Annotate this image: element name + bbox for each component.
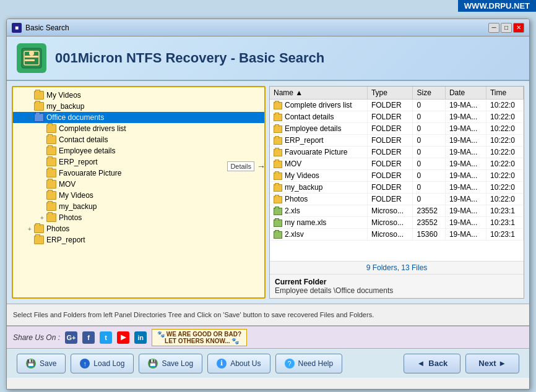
cell-type: FOLDER bbox=[367, 147, 413, 158]
tree-item-photos-top[interactable]: + Photos bbox=[13, 223, 264, 234]
folder-icon bbox=[34, 91, 44, 100]
maximize-button[interactable]: □ bbox=[501, 23, 512, 33]
folder-icon bbox=[46, 124, 56, 133]
close-button[interactable]: ✕ bbox=[513, 23, 524, 33]
tree-item-erp-report-top[interactable]: ERP_report bbox=[13, 234, 264, 245]
load-log-button[interactable]: ↑ Load Log bbox=[71, 354, 134, 373]
cell-name: Complete drivers list bbox=[270, 100, 367, 111]
save-label: Save bbox=[40, 359, 56, 368]
current-folder-path: Employee details \Office documents bbox=[275, 286, 393, 295]
cell-type: FOLDER bbox=[367, 194, 413, 205]
window-title: Basic Search bbox=[25, 23, 488, 32]
cell-type: Microso... bbox=[367, 229, 413, 241]
google-plus-button[interactable]: G+ bbox=[65, 331, 77, 344]
tree-item-my-backup-top[interactable]: my_backup bbox=[13, 101, 264, 112]
tree-container[interactable]: My Videos my_backup − Office documents C… bbox=[13, 87, 264, 297]
cell-size: 0 bbox=[413, 100, 445, 111]
tree-label: Employee details bbox=[59, 147, 115, 155]
table-row[interactable]: Photos FOLDER 0 19-MA... 10:22:0 bbox=[270, 194, 524, 205]
facebook-button[interactable]: f bbox=[82, 331, 95, 344]
cell-date: 19-MA... bbox=[445, 158, 486, 170]
twitter-button[interactable]: t bbox=[100, 331, 112, 344]
table-row[interactable]: 2.xlsv Microso... 15360 19-MA... 10:23:1 bbox=[270, 229, 524, 241]
cell-size: 0 bbox=[413, 135, 445, 147]
about-us-label: About Us bbox=[230, 359, 261, 368]
table-row[interactable]: my_backup FOLDER 0 19-MA... 10:22:0 bbox=[270, 182, 524, 194]
tree-item-my-videos-child[interactable]: My Videos bbox=[13, 190, 264, 201]
back-button[interactable]: ◄ Back bbox=[404, 354, 460, 373]
vote-banner[interactable]: 🐾 WE ARE GOOD OR BAD? LET OTHERS KNOW...… bbox=[152, 329, 247, 346]
table-row[interactable]: My Videos FOLDER 0 19-MA... 10:22:0 bbox=[270, 170, 524, 182]
cell-time: 10:22:0 bbox=[486, 147, 523, 158]
folder-icon bbox=[46, 191, 56, 200]
youtube-button[interactable]: ▶ bbox=[117, 331, 129, 344]
col-name[interactable]: Name ▲ bbox=[270, 87, 367, 100]
app-title: 001Micron NTFS Recovery - Basic Search bbox=[55, 50, 324, 66]
cell-type: FOLDER bbox=[367, 135, 413, 147]
table-row[interactable]: Favouarate Picture FOLDER 0 19-MA... 10:… bbox=[270, 147, 524, 158]
cell-size: 15360 bbox=[413, 229, 445, 241]
cell-time: 10:23:1 bbox=[486, 205, 523, 217]
table-row[interactable]: 2.xls Microso... 23552 19-MA... 10:23:1 bbox=[270, 205, 524, 217]
cell-type: FOLDER bbox=[367, 100, 413, 111]
tree-item-favourite-pic[interactable]: Favouarate Picture bbox=[13, 168, 264, 179]
folder-icon bbox=[274, 137, 282, 145]
tree-item-complete-drivers[interactable]: Complete drivers list bbox=[13, 123, 264, 134]
table-row[interactable]: my name.xls Microso... 23552 19-MA... 10… bbox=[270, 217, 524, 229]
col-size[interactable]: Size bbox=[413, 87, 445, 100]
table-row[interactable]: MOV FOLDER 0 19-MA... 10:22:0 bbox=[270, 158, 524, 170]
save-log-button[interactable]: 💾 Save Log bbox=[139, 354, 202, 373]
main-content: My Videos my_backup − Office documents C… bbox=[7, 81, 529, 304]
tree-item-my-videos-top[interactable]: My Videos bbox=[13, 90, 264, 101]
cell-time: 10:23:1 bbox=[486, 229, 523, 241]
share-label: Share Us On : bbox=[13, 333, 60, 342]
back-arrow-icon: ◄ bbox=[417, 359, 425, 368]
table-row[interactable]: Employee details FOLDER 0 19-MA... 10:22… bbox=[270, 123, 524, 135]
next-button[interactable]: Next ► bbox=[465, 354, 519, 373]
app-logo bbox=[17, 43, 46, 73]
cell-name: Favouarate Picture bbox=[270, 147, 367, 158]
cell-name: Photos bbox=[270, 194, 367, 205]
title-bar: ■ Basic Search ─ □ ✕ bbox=[7, 19, 529, 36]
cell-size: 0 bbox=[413, 182, 445, 194]
about-us-button[interactable]: ℹ About Us bbox=[207, 354, 270, 373]
col-date[interactable]: Date bbox=[445, 87, 486, 100]
svg-rect-1 bbox=[25, 56, 38, 58]
col-type[interactable]: Type bbox=[367, 87, 413, 100]
table-row[interactable]: Contact details FOLDER 0 19-MA... 10:22:… bbox=[270, 111, 524, 123]
help-icon: ? bbox=[285, 359, 295, 369]
minimize-button[interactable]: ─ bbox=[488, 23, 499, 33]
folder-icon bbox=[274, 184, 282, 192]
save-button[interactable]: 💾 Save bbox=[17, 354, 66, 373]
folder-icon bbox=[46, 169, 56, 177]
file-table[interactable]: Name ▲ Type Size Date Time Complete driv… bbox=[270, 87, 524, 262]
tree-item-employee-details[interactable]: Employee details bbox=[13, 145, 264, 156]
cell-type: Microso... bbox=[367, 205, 413, 217]
tree-item-erp-report-child[interactable]: ERP_report bbox=[13, 156, 264, 168]
tree-item-contact-details[interactable]: Contact details bbox=[13, 134, 264, 145]
save-icon: 💾 bbox=[26, 359, 36, 369]
folder-icon bbox=[46, 158, 56, 166]
col-time[interactable]: Time bbox=[486, 87, 523, 100]
cell-type: FOLDER bbox=[367, 111, 413, 123]
folder-icon bbox=[34, 113, 44, 122]
folder-icon bbox=[46, 180, 56, 189]
linkedin-button[interactable]: in bbox=[134, 331, 147, 344]
need-help-button[interactable]: ? Need Help bbox=[275, 354, 343, 373]
svg-rect-2 bbox=[25, 59, 35, 61]
cell-size: 0 bbox=[413, 170, 445, 182]
tree-item-my-backup-child[interactable]: my_backup bbox=[13, 201, 264, 212]
details-label: Details bbox=[227, 161, 254, 171]
tree-item-office-docs[interactable]: − Office documents bbox=[13, 112, 264, 123]
tree-label: My Videos bbox=[59, 191, 93, 200]
file-icon bbox=[274, 231, 282, 239]
tree-item-photos-child[interactable]: + Photos bbox=[13, 212, 264, 223]
table-row[interactable]: ERP_report FOLDER 0 19-MA... 10:22:0 bbox=[270, 135, 524, 147]
folder-icon bbox=[274, 114, 282, 121]
table-row[interactable]: Complete drivers list FOLDER 0 19-MA... … bbox=[270, 100, 524, 111]
folder-icon bbox=[34, 224, 44, 233]
file-icon bbox=[274, 208, 282, 215]
save-log-label: Save Log bbox=[162, 359, 193, 368]
tree-item-mov[interactable]: MOV bbox=[13, 179, 264, 190]
tree-label: Photos bbox=[59, 213, 82, 222]
